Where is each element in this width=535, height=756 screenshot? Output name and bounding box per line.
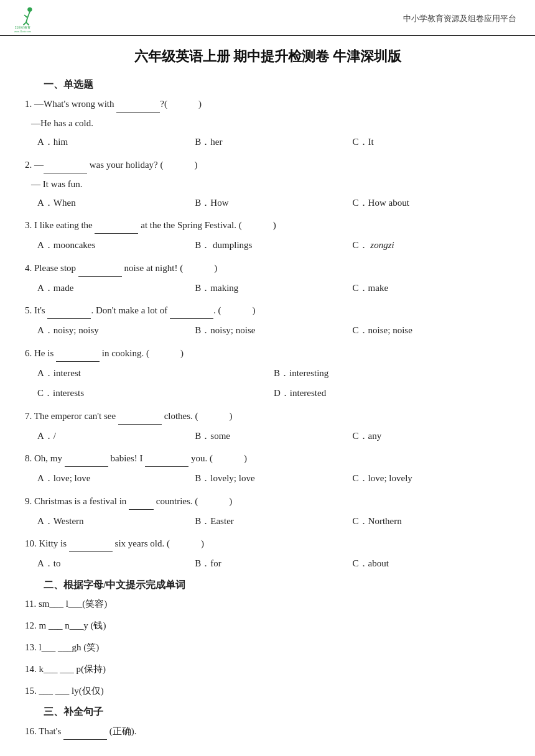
page-header: 21世纪教育 www.21cnjy.com 中小学教育资源及组卷应用平台 (0, 0, 535, 36)
q9-options: A．Western B．Easter C．Northern (37, 512, 510, 530)
question-3: 3. I like eating the at the the Spring F… (25, 216, 510, 254)
q8-options: A．love; love B．lovely; love C．love; love… (37, 469, 510, 487)
q8-option-b: B．lovely; love (195, 469, 352, 487)
q6-line: 6. He is in cooking. ( ) (25, 344, 510, 362)
q8-blank1 (65, 449, 108, 467)
question-14: 14. k___ ___ p(保持) (25, 661, 510, 678)
svg-point-1 (27, 7, 32, 12)
q7-option-c: C．any (353, 427, 510, 445)
q7-option-a: A．/ (37, 427, 195, 445)
question-10: 10. Kitty is six years old. ( ) A．to B．f… (25, 535, 510, 573)
q2-line: 2. — was your holiday? ( ) (25, 156, 510, 173)
main-title: 六年级英语上册 期中提升检测卷 牛津深圳版 (0, 36, 535, 72)
q6-option-d: D．interested (274, 384, 510, 402)
q5-blank2 (170, 302, 213, 319)
q6-option-b: B．interesting (274, 364, 510, 382)
q3-options: A．mooncakes B． dumplings C． zongzi (37, 236, 510, 254)
q10-line: 10. Kitty is six years old. ( ) (25, 535, 510, 552)
q1-options: A．him B．her C．It (37, 133, 510, 151)
q2-blank (44, 156, 87, 173)
q8-option-c: C．love; lovely (353, 469, 510, 487)
q6-option-c: C．interests (37, 384, 274, 402)
q2-options: A．When B．How C．How about (37, 194, 510, 212)
q4-blank (78, 259, 122, 277)
q5-blank1 (47, 302, 91, 319)
q5-option-c: C．noise; noise (353, 321, 510, 339)
q14-line: 14. k___ ___ p(保持) (25, 661, 510, 678)
section2-title: 二、根据字母/中文提示完成单词 (44, 579, 491, 592)
platform-text: 中小学教育资源及组卷应用平台 (403, 13, 516, 24)
q8-blank2 (145, 449, 188, 467)
section1-title: 一、单选题 (44, 78, 491, 91)
q10-option-b: B．for (195, 555, 352, 573)
q1-option-c: C．It (353, 133, 510, 151)
q2-sub: — It was fun. (31, 176, 510, 193)
q10-option-a: A．to (37, 555, 195, 573)
question-5: 5. It's . Don't make a lot of . ( ) A．no… (25, 302, 510, 339)
q4-option-a: A．made (37, 279, 195, 297)
q5-option-b: B．noisy; noise (195, 321, 352, 339)
q7-options: A．/ B．some C．any (37, 427, 510, 445)
q3-option-b: B． dumplings (195, 236, 352, 254)
q1-blank (116, 95, 160, 113)
q4-option-b: B．making (195, 279, 352, 297)
q6-option-a: A．interest (37, 364, 274, 382)
question-12: 12. m ___ n___y (钱) (25, 617, 510, 634)
q10-blank (69, 535, 113, 552)
q6-blank (56, 344, 100, 362)
q16-blank (63, 722, 107, 740)
svg-text:21世纪教育: 21世纪教育 (15, 25, 31, 29)
logo-icon: 21世纪教育 www.21cnjy.com (12, 5, 40, 32)
q8-line: 8. Oh, my babies! I you. ( ) (25, 449, 510, 467)
q5-option-a: A．noisy; noisy (37, 321, 195, 339)
q3-option-c: C． zongzi (353, 236, 510, 254)
question-4: 4. Please stop noise at night! ( ) A．mad… (25, 259, 510, 297)
question-15: 15. ___ ___ ly(仅仅) (25, 683, 510, 699)
q16-line: 16. That's (正确). (25, 722, 510, 740)
q3-blank (95, 216, 138, 234)
q4-line: 4. Please stop noise at night! ( ) (25, 259, 510, 277)
q10-options: A．to B．for C．about (37, 555, 510, 573)
question-7: 7. The emperor can't see clothes. ( ) A．… (25, 407, 510, 445)
question-8: 8. Oh, my babies! I you. ( ) A．love; lov… (25, 449, 510, 487)
q12-line: 12. m ___ n___y (钱) (25, 617, 510, 634)
question-1: 1. —What's wrong with ?( ) —He has a col… (25, 95, 510, 151)
q4-option-c: C．make (353, 279, 510, 297)
q5-options: A．noisy; noisy B．noisy; noise C．noise; n… (37, 321, 510, 339)
q9-option-a: A．Western (37, 512, 195, 530)
svg-text:www.21cnjy.com: www.21cnjy.com (14, 30, 31, 32)
q4-options: A．made B．making C．make (37, 279, 510, 297)
q3-line: 3. I like eating the at the the Spring F… (25, 216, 510, 234)
q6-options: A．interest B．interesting C．interests D．i… (37, 364, 510, 402)
q13-line: 13. l___ ___gh (笑) (25, 639, 510, 656)
q1-line: 1. —What's wrong with ?( ) (25, 95, 510, 113)
q8-option-a: A．love; love (37, 469, 195, 487)
question-6: 6. He is in cooking. ( ) A．interest B．in… (25, 344, 510, 402)
section3-title: 三、补全句子 (44, 706, 491, 719)
question-9: 9. Christmas is a festival in countries.… (25, 492, 510, 530)
q3-option-a: A．mooncakes (37, 236, 195, 254)
q9-option-c: C．Northern (353, 512, 510, 530)
logo-area: 21世纪教育 www.21cnjy.com (12, 5, 40, 32)
q9-blank (129, 492, 154, 510)
q7-blank (118, 407, 162, 425)
q9-option-b: B．Easter (195, 512, 352, 530)
q1-option-b: B．her (195, 133, 352, 151)
q7-line: 7. The emperor can't see clothes. ( ) (25, 407, 510, 425)
q15-line: 15. ___ ___ ly(仅仅) (25, 683, 510, 699)
q2-option-b: B．How (195, 194, 352, 212)
question-13: 13. l___ ___gh (笑) (25, 639, 510, 656)
question-11: 11. sm___ l___(笑容) (25, 596, 510, 612)
question-2: 2. — was your holiday? ( ) — It was fun.… (25, 156, 510, 212)
content-area: 一、单选题 1. —What's wrong with ?( ) —He has… (0, 78, 535, 756)
q7-option-b: B．some (195, 427, 352, 445)
q10-option-c: C．about (353, 555, 510, 573)
q11-line: 11. sm___ l___(笑容) (25, 596, 510, 612)
q5-line: 5. It's . Don't make a lot of . ( ) (25, 302, 510, 319)
q1-option-a: A．him (37, 133, 195, 151)
q2-option-c: C．How about (353, 194, 510, 212)
q9-line: 9. Christmas is a festival in countries.… (25, 492, 510, 510)
q2-option-a: A．When (37, 194, 195, 212)
q1-sub: —He has a cold. (31, 115, 510, 132)
question-16: 16. That's (正确). (25, 722, 510, 740)
